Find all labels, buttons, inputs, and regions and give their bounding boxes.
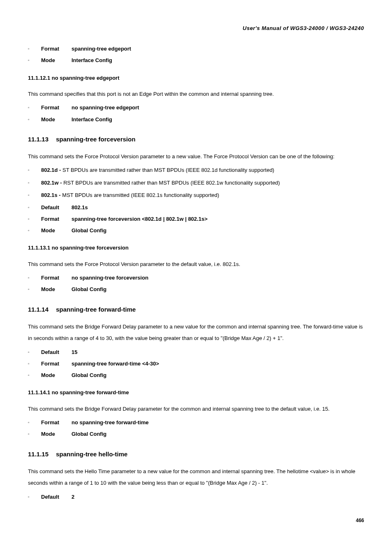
param-value: 15 <box>71 349 77 356</box>
param-key: Mode <box>41 227 71 234</box>
param-row: ▫ Format no spanning-tree edgeport <box>28 104 364 111</box>
bullet-icon: ▫ <box>28 192 41 198</box>
param-row: ▫ Format spanning-tree forceversion <802… <box>28 215 364 223</box>
subsection-heading-11-1-14-1: 11.1.14.1 no spanning-tree forward-time <box>28 389 364 396</box>
param-key: Default <box>41 493 71 501</box>
protocol-key: 802.1d - <box>41 167 62 173</box>
param-value: no spanning-tree forceversion <box>71 274 148 282</box>
param-key: Format <box>41 45 71 53</box>
protocol-list: ▫ 802.1d - ST BPDUs are transmitted rath… <box>28 166 364 199</box>
param-row: ▫ Mode Global Config <box>28 372 364 379</box>
hello-time-params: ▫ Default 2 <box>28 493 364 501</box>
protocol-text: ST BPDUs are transmitted rather than MST… <box>62 167 274 173</box>
list-item: ▫ 802.1s - MST BPDUs are transmitted (IE… <box>28 192 364 199</box>
bullet-icon: ▫ <box>28 420 41 426</box>
section-heading-11-1-13: 11.1.13 spanning-tree forceversion <box>28 135 364 143</box>
body-text: This command sets the Hello Time paramet… <box>28 466 364 489</box>
protocol-text: MST BPDUs are transmitted (IEEE 802.1s f… <box>62 192 219 198</box>
param-value: spanning-tree forward-time <4-30> <box>71 360 159 368</box>
protocol-text: RST BPDUs are transmitted rather than MS… <box>63 180 280 186</box>
param-key: Format <box>41 215 71 223</box>
param-key: Mode <box>41 286 71 293</box>
param-value: no spanning-tree forward-time <box>71 419 149 426</box>
no-edgeport-params: ▫ Format no spanning-tree edgeport ▫ Mod… <box>28 104 364 123</box>
section-title: spanning-tree forward-time <box>56 306 136 313</box>
param-key: Format <box>41 419 71 426</box>
param-value: 2 <box>71 493 74 501</box>
bullet-icon: ▫ <box>28 372 41 378</box>
param-key: Mode <box>41 372 71 379</box>
section-title: spanning-tree forceversion <box>56 136 135 143</box>
forceversion-params: ▫ Default 802.1s ▫ Format spanning-tree … <box>28 204 364 235</box>
param-value: spanning-tree forceversion <802.1d | 802… <box>71 215 208 223</box>
param-row: ▫ Default 802.1s <box>28 204 364 211</box>
body-text: This command specifies that this port is… <box>28 88 364 100</box>
param-row: ▫ Mode Global Config <box>28 286 364 293</box>
param-value: Global Config <box>71 430 106 438</box>
protocol-key: 802.1s - <box>41 192 62 198</box>
bullet-icon: ▫ <box>28 361 41 367</box>
bullet-icon: ▫ <box>28 58 41 63</box>
param-row: ▫ Format spanning-tree forward-time <4-3… <box>28 360 364 368</box>
protocol-key: 802.1w - <box>41 180 63 186</box>
param-row: ▫ Format spanning-tree edgeport <box>28 45 364 53</box>
param-key: Format <box>41 360 71 368</box>
param-value: spanning-tree edgeport <box>71 45 131 53</box>
section-number: 11.1.15 <box>28 450 48 458</box>
list-item: ▫ 802.1w - RST BPDUs are transmitted rat… <box>28 179 364 187</box>
param-row: ▫ Mode Interface Config <box>28 116 364 123</box>
param-row: ▫ Format no spanning-tree forward-time <box>28 419 364 426</box>
page-header: User's Manual of WGS3-24000 / WGS3-24240 <box>28 25 364 32</box>
param-key: Format <box>41 274 71 282</box>
no-forceversion-params: ▫ Format no spanning-tree forceversion ▫… <box>28 274 364 293</box>
body-text: This command sets the Bridge Forward Del… <box>28 321 364 345</box>
body-text: This command sets the Force Protocol Ver… <box>28 151 364 163</box>
param-value: Global Config <box>71 286 106 293</box>
page-number: 466 <box>28 517 364 524</box>
no-forward-time-params: ▫ Format no spanning-tree forward-time ▫… <box>28 419 364 438</box>
bullet-icon: ▫ <box>28 494 41 500</box>
param-row: ▫ Default 2 <box>28 493 364 501</box>
param-key: Default <box>41 204 71 211</box>
bullet-icon: ▫ <box>28 105 41 111</box>
subsection-heading-11-1-13-1: 11.1.13.1 no spanning-tree forceversion <box>28 244 364 252</box>
param-value: Global Config <box>71 227 106 234</box>
param-value: Interface Config <box>71 116 112 123</box>
bullet-icon: ▫ <box>28 287 41 292</box>
section-heading-11-1-14: 11.1.14 spanning-tree forward-time <box>28 305 364 314</box>
body-text: This command sets the Bridge Forward Del… <box>28 403 364 415</box>
param-value: Interface Config <box>71 57 112 64</box>
bullet-icon: ▫ <box>28 205 41 210</box>
section-number: 11.1.13 <box>28 135 48 143</box>
bullet-icon: ▫ <box>28 228 41 234</box>
param-key: Mode <box>41 57 71 64</box>
param-row: ▫ Format no spanning-tree forceversion <box>28 274 364 282</box>
param-value: 802.1s <box>71 204 88 211</box>
bullet-icon: ▫ <box>28 46 41 52</box>
param-row: ▫ Mode Global Config <box>28 227 364 234</box>
edgeport-params: ▫ Format spanning-tree edgeport ▫ Mode I… <box>28 45 364 64</box>
param-value: Global Config <box>71 372 106 379</box>
bullet-icon: ▫ <box>28 117 41 123</box>
bullet-icon: ▫ <box>28 216 41 222</box>
subsection-heading-11-1-12-1: 11.1.12.1 no spanning-tree edgeport <box>28 74 364 82</box>
param-row: ▫ Mode Global Config <box>28 430 364 438</box>
param-key: Mode <box>41 116 71 123</box>
forward-time-params: ▫ Default 15 ▫ Format spanning-tree forw… <box>28 349 364 379</box>
body-text: This command sets the Force Protocol Ver… <box>28 259 364 271</box>
param-key: Format <box>41 104 71 111</box>
param-row: ▫ Mode Interface Config <box>28 57 364 64</box>
section-heading-11-1-15: 11.1.15 spanning-tree hello-time <box>28 450 364 458</box>
param-key: Mode <box>41 430 71 438</box>
param-row: ▫ Default 15 <box>28 349 364 356</box>
bullet-icon: ▫ <box>28 167 41 173</box>
bullet-icon: ▫ <box>28 431 41 437</box>
param-value: no spanning-tree edgeport <box>71 104 139 111</box>
bullet-icon: ▫ <box>28 349 41 355</box>
bullet-icon: ▫ <box>28 180 41 186</box>
list-item: ▫ 802.1d - ST BPDUs are transmitted rath… <box>28 166 364 174</box>
bullet-icon: ▫ <box>28 275 41 281</box>
param-key: Default <box>41 349 71 356</box>
section-number: 11.1.14 <box>28 305 48 314</box>
section-title: spanning-tree hello-time <box>56 451 127 458</box>
